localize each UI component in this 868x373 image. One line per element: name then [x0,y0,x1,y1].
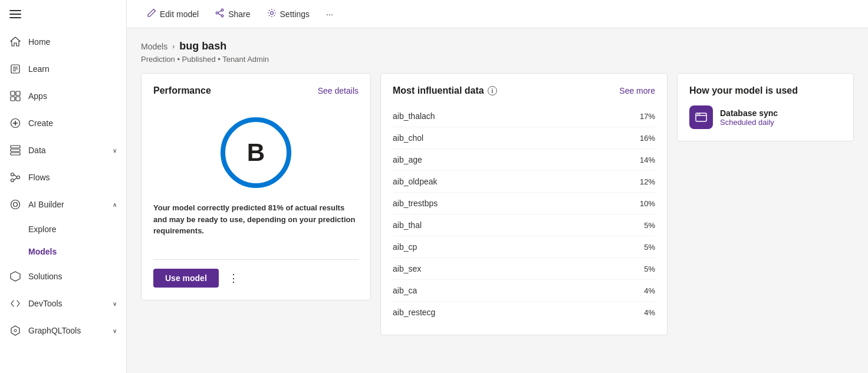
sidebar-item-graphqltools-label: GraphQLTools [28,326,81,335]
data-row-name: aib_trestbps [393,199,438,208]
svg-line-28 [218,11,222,12]
influential-card-title: Most influential data [393,85,484,96]
sidebar-item-create[interactable]: Create [0,110,126,137]
toolbar: Edit model Share Settings ··· [127,0,868,28]
breadcrumb-parent[interactable]: Models [141,42,167,51]
data-row-pct: 12% [640,177,655,186]
data-row: aib_trestbps 10% [393,193,655,214]
home-icon [9,36,21,48]
svg-point-17 [11,173,14,176]
learn-icon [9,63,21,75]
settings-button[interactable]: Settings [261,5,316,23]
breadcrumb-current: bug bash [179,40,226,52]
info-icon[interactable]: i [488,86,497,95]
usage-item: Database sync Scheduled daily [689,105,841,129]
sidebar-item-solutions-label: Solutions [28,272,63,281]
data-row-pct: 17% [640,112,655,121]
data-row: aib_chol 16% [393,127,655,149]
performance-card: Performance See details B Your model cor… [141,73,371,301]
devtools-icon [9,298,21,309]
svg-point-30 [270,12,273,15]
usage-item-title: Database sync [720,108,778,118]
svg-marker-22 [11,272,20,281]
data-row: aib_ca 4% [393,280,655,302]
sidebar-item-home-label: Home [28,37,50,47]
sidebar-item-explore-label: Explore [28,225,56,234]
svg-rect-8 [16,91,20,95]
data-row-pct: 4% [644,308,655,317]
data-icon [9,144,21,156]
edit-model-button[interactable]: Edit model [141,5,205,23]
settings-icon [267,8,277,19]
performance-description: Your model correctly predicted 81% of ac… [153,202,359,237]
data-row: aib_restecg 4% [393,302,655,323]
usage-card-title: How your model is used [689,85,798,96]
performance-card-title: Performance [153,85,211,96]
apps-icon [9,90,21,102]
devtools-chevron-icon: ∨ [113,301,117,307]
more-options-button[interactable]: ··· [320,6,339,22]
grade-circle: B [221,117,291,188]
data-row-pct: 10% [640,199,655,208]
sidebar-item-ai-builder-label: AI Builder [28,200,64,209]
sidebar-item-ai-builder[interactable]: AI Builder ∧ [0,191,126,218]
sidebar-item-flows-label: Flows [28,173,50,182]
sidebar-item-home[interactable]: Home [0,28,126,55]
breadcrumb-chevron-icon: › [172,42,175,51]
breadcrumb: Models › bug bash [141,40,854,52]
svg-point-20 [11,200,20,209]
svg-point-19 [11,179,14,182]
data-row: aib_sex 5% [393,258,655,280]
svg-rect-15 [11,149,20,151]
performance-card-header: Performance See details [153,85,359,96]
create-icon [9,117,21,129]
data-row-name: aib_age [393,155,422,164]
see-more-link[interactable]: See more [619,86,655,95]
sidebar-item-explore[interactable]: Explore [0,218,126,240]
share-icon [215,8,225,19]
page-subtitle: Prediction • Published • Tenant Admin [141,55,854,64]
sidebar-item-create-label: Create [28,118,53,128]
data-row-name: aib_thal [393,220,422,230]
grade-letter: B [247,138,265,167]
data-chevron-icon: ∨ [113,147,117,154]
see-details-link[interactable]: See details [318,86,359,95]
sidebar-item-learn[interactable]: Learn [0,55,126,82]
svg-rect-0 [9,10,21,11]
svg-rect-14 [11,146,20,148]
data-row-name: aib_thalach [393,111,435,121]
sidebar-item-graphqltools[interactable]: GraphQLTools ∨ [0,317,126,344]
hamburger-menu[interactable] [0,0,126,28]
sidebar-item-flows[interactable]: Flows [0,164,126,191]
usage-item-subtitle: Scheduled daily [720,118,778,127]
svg-rect-16 [11,153,20,155]
use-model-button[interactable]: Use model [153,269,219,288]
performance-more-button[interactable]: ⋮ [223,268,244,288]
svg-point-32 [698,114,699,115]
data-row-name: aib_ca [393,286,417,295]
svg-marker-23 [11,326,19,335]
svg-point-26 [221,15,223,17]
svg-point-33 [699,114,701,115]
sidebar-item-solutions[interactable]: Solutions [0,263,126,290]
data-row: aib_thal 5% [393,214,655,236]
sidebar-item-models[interactable]: Models [0,240,126,263]
svg-line-29 [218,14,222,15]
data-row-name: aib_cp [393,242,417,252]
influential-data-list: aib_thalach 17% aib_chol 16% aib_age 14%… [393,105,655,323]
sidebar: Home Learn Apps Create Data ∨ Flows [0,0,127,373]
data-row-pct: 14% [640,156,655,164]
sidebar-item-apps[interactable]: Apps [0,82,126,110]
ai-builder-chevron-icon: ∧ [113,202,117,208]
sidebar-item-devtools[interactable]: DevTools ∨ [0,290,126,317]
sidebar-item-data-label: Data [28,146,46,155]
sidebar-item-data[interactable]: Data ∨ [0,137,126,164]
graphqltools-icon [9,325,21,336]
share-button[interactable]: Share [209,5,256,23]
svg-point-24 [14,329,17,332]
data-row-name: aib_restecg [393,308,435,317]
influential-card-header: Most influential data i See more [393,85,655,96]
performance-text-highlight: 81% [268,203,284,212]
svg-point-18 [17,176,20,179]
graphqltools-chevron-icon: ∨ [113,328,117,334]
